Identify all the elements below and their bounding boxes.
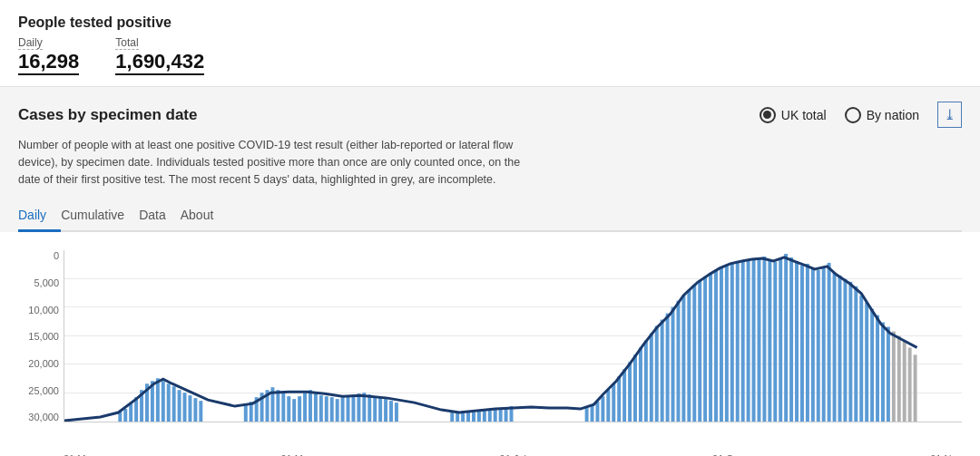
radio-uk-circle [760, 107, 776, 123]
tab-data[interactable]: Data [139, 200, 181, 232]
tab-daily[interactable]: Daily [18, 200, 61, 232]
y-label-15000: 15,000 [18, 331, 59, 342]
chart-container: 30,000 25,000 20,000 15,000 10,000 5,000… [64, 250, 962, 450]
tab-about[interactable]: About [181, 200, 229, 232]
y-label-30000: 30,000 [18, 412, 59, 422]
chart-area: 30,000 25,000 20,000 15,000 10,000 5,000… [0, 232, 980, 456]
daily-label: Daily [18, 36, 43, 50]
total-label: Total [115, 36, 138, 50]
tab-cumulative[interactable]: Cumulative [61, 200, 139, 232]
y-label-10000: 10,000 [18, 305, 59, 315]
main-section: Cases by specimen date UK total By natio… [0, 87, 980, 456]
y-label-20000: 20,000 [18, 358, 59, 369]
chart-description: Number of people with at least one posit… [18, 137, 526, 188]
radio-nation-label: By nation [867, 108, 919, 122]
y-label-25000: 25,000 [18, 385, 59, 396]
radio-nation-circle [845, 107, 861, 123]
x-axis: 01 Mar 01 May 01 Jul 01 Sep 01 Nov [64, 450, 962, 456]
y-label-5000: 5,000 [18, 277, 59, 288]
chart-title: Cases by specimen date [18, 106, 197, 124]
total-stat: Total 1,690,432 [115, 34, 204, 75]
download-button[interactable]: ⤓ [937, 102, 962, 128]
stats-row: Daily 16,298 Total 1,690,432 [18, 34, 962, 75]
radio-uk-total[interactable]: UK total [760, 107, 827, 123]
daily-stat: Daily 16,298 [18, 34, 79, 75]
chart-inner [64, 250, 962, 422]
tabs-row: Daily Cumulative Data About [18, 200, 962, 232]
total-value: 1,690,432 [115, 50, 204, 75]
page-title: People tested positive [18, 15, 962, 31]
daily-value: 16,298 [18, 50, 79, 75]
chart-controls: UK total By nation ⤓ [760, 102, 962, 128]
radio-uk-label: UK total [781, 108, 827, 122]
y-label-0: 0 [18, 250, 59, 261]
y-axis: 30,000 25,000 20,000 15,000 10,000 5,000… [18, 250, 59, 422]
top-section: People tested positive Daily 16,298 Tota… [0, 0, 980, 87]
line-chart [64, 250, 962, 422]
chart-header: Cases by specimen date UK total By natio… [18, 102, 962, 128]
radio-by-nation[interactable]: By nation [845, 107, 919, 123]
